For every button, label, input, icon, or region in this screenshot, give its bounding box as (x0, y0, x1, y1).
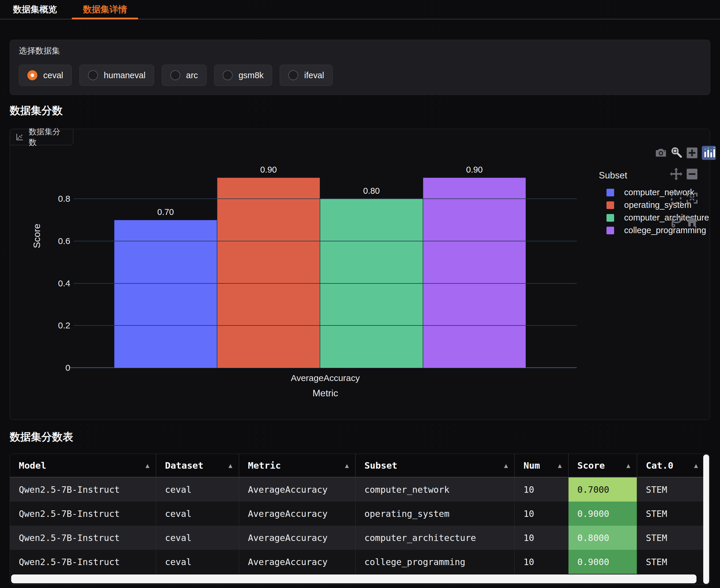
table-cell[interactable]: Qwen2.5-7B-Instruct (10, 478, 156, 502)
modebar-select-icon[interactable] (670, 191, 683, 205)
radio-circle-icon (223, 70, 233, 80)
modebar-zoom-icon[interactable] (670, 145, 683, 159)
table-cell[interactable]: STEM (637, 526, 704, 550)
table-horizontal-scrollbar[interactable] (11, 574, 697, 583)
chart-label-chip: 数据集分数 (10, 129, 73, 145)
modebar-lasso-icon[interactable] (670, 215, 683, 228)
table-cell[interactable]: AverageAccuracy (239, 502, 355, 526)
table-cell[interactable]: ceval (156, 502, 239, 526)
modebar-home-icon[interactable] (685, 215, 699, 228)
header-label: Score (577, 460, 605, 471)
y-axis-title: Score (32, 224, 42, 248)
table-cell[interactable]: ceval (156, 550, 239, 574)
table-cell[interactable]: computer_network (355, 478, 515, 502)
tab-dataset-details[interactable]: 数据集详情 (70, 0, 140, 19)
modebar-camera-icon[interactable] (654, 146, 667, 160)
dataset-radio-group: cevalhumanevalarcgsm8kifeval (19, 65, 701, 86)
table-header-model[interactable]: Model▲ (10, 454, 156, 477)
table-cell[interactable]: 0.8000 (569, 526, 637, 550)
modebar-logo-icon[interactable] (701, 145, 717, 161)
table-cell[interactable]: ceval (156, 526, 239, 550)
header-label: Num (523, 460, 540, 471)
table-cell[interactable]: 10 (515, 550, 569, 574)
modebar-zoom-out-icon[interactable] (685, 167, 699, 181)
table-cell[interactable]: 0.9000 (569, 502, 637, 526)
x-tick-label: AverageAccuracy (74, 373, 577, 383)
modebar-autoscale-icon[interactable] (685, 191, 699, 205)
table-header-subset[interactable]: Subset▲ (355, 454, 515, 477)
bar-computer_network: 0.70 (114, 220, 217, 368)
table-header-dataset[interactable]: Dataset▲ (156, 454, 239, 477)
radio-circle-icon (88, 70, 98, 80)
table-cell[interactable]: 10 (515, 502, 569, 526)
table-cell[interactable]: computer_architecture (355, 526, 515, 550)
legend-swatch-icon (606, 227, 614, 234)
dataset-radio-ceval[interactable]: ceval (19, 65, 72, 86)
radio-circle-icon (288, 70, 298, 80)
dataset-selector-label: 选择数据集 (19, 45, 701, 57)
score-value: 0.7000 (569, 478, 637, 502)
bar-value-label: 0.90 (260, 165, 277, 175)
modebar-zoom-in-icon[interactable] (685, 146, 699, 160)
y-tick-label: 0.2 (58, 320, 70, 331)
gridline (74, 241, 577, 241)
header-label: Cat.0 (646, 460, 673, 471)
legend-swatch-icon (606, 214, 614, 222)
gridline (74, 198, 577, 199)
chart-label-text: 数据集分数 (28, 126, 68, 148)
header-label: Dataset (165, 460, 204, 471)
tab-dataset-overview[interactable]: 数据集概览 (0, 0, 70, 19)
table-header-cat-0[interactable]: Cat.0▲ (637, 454, 704, 477)
legend-swatch-icon (606, 202, 614, 209)
table-cell[interactable]: Qwen2.5-7B-Instruct (10, 502, 156, 526)
modebar-pan-icon[interactable] (670, 167, 683, 181)
bar-value-label: 0.80 (363, 186, 380, 196)
table-cell[interactable]: 10 (515, 526, 569, 550)
radio-label: arc (186, 70, 198, 80)
table-header-score[interactable]: Score▲ (569, 454, 637, 477)
bar-value-label: 0.70 (157, 207, 174, 217)
bar-value-label: 0.90 (466, 165, 482, 175)
table-header-row: Model▲Dataset▲Metric▲Subset▲Num▲Score▲Ca… (10, 454, 704, 478)
radio-label: gsm8k (239, 70, 264, 80)
dataset-radio-gsm8k[interactable]: gsm8k (214, 65, 272, 86)
radio-circle-icon (27, 70, 37, 80)
table-cell[interactable]: STEM (637, 478, 704, 502)
table-cell[interactable]: 10 (515, 478, 569, 502)
dataset-radio-arc[interactable]: arc (162, 65, 206, 86)
table-cell[interactable]: STEM (637, 550, 704, 574)
score-section-heading: 数据集分数 (10, 104, 63, 118)
table-cell[interactable]: Qwen2.5-7B-Instruct (10, 526, 156, 550)
sort-arrow-icon: ▲ (345, 462, 349, 469)
sort-arrow-icon: ▲ (146, 462, 149, 469)
table-cell[interactable]: Qwen2.5-7B-Instruct (10, 550, 156, 574)
table-cell[interactable]: operating_system (355, 502, 515, 526)
header-label: Model (19, 460, 46, 471)
table-row: Qwen2.5-7B-InstructcevalAverageAccuracyc… (10, 550, 704, 574)
table-section-heading: 数据集分数表 (10, 430, 73, 444)
table-cell[interactable]: ceval (156, 478, 239, 502)
sort-arrow-icon: ▲ (504, 462, 508, 469)
table-vertical-scrollbar[interactable] (703, 455, 709, 584)
dataset-radio-humaneval[interactable]: humaneval (79, 65, 154, 86)
y-tick-label: 0.6 (58, 236, 70, 246)
sort-arrow-icon: ▲ (558, 462, 562, 469)
gridline (74, 283, 577, 284)
dataset-radio-ifeval[interactable]: ifeval (280, 65, 333, 86)
table-cell[interactable]: college_programming (355, 550, 515, 574)
sort-arrow-icon: ▲ (626, 462, 630, 469)
table-cell[interactable]: AverageAccuracy (239, 478, 355, 502)
table-header-num[interactable]: Num▲ (515, 454, 569, 477)
table-cell[interactable]: AverageAccuracy (239, 526, 355, 550)
table-row: Qwen2.5-7B-InstructcevalAverageAccuracyo… (10, 502, 704, 526)
sort-arrow-icon: ▲ (694, 462, 698, 469)
table-row: Qwen2.5-7B-InstructcevalAverageAccuracyc… (10, 478, 704, 502)
sort-arrow-icon: ▲ (228, 462, 232, 469)
table-cell[interactable]: AverageAccuracy (239, 550, 355, 574)
header-label: Metric (248, 460, 281, 471)
radio-label: ifeval (304, 70, 324, 80)
table-header-metric[interactable]: Metric▲ (239, 454, 355, 477)
table-cell[interactable]: STEM (637, 502, 704, 526)
table-cell[interactable]: 0.7000 (569, 478, 637, 502)
table-cell[interactable]: 0.9000 (569, 550, 637, 574)
